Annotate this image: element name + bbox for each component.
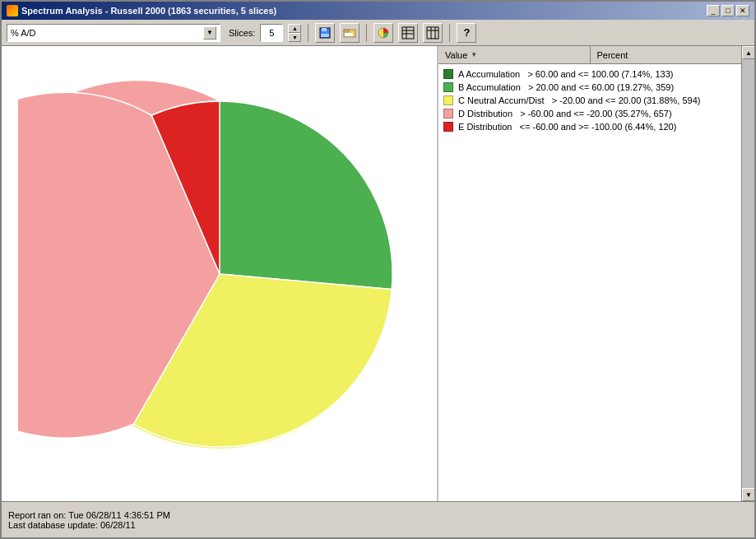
app-icon bbox=[7, 5, 18, 16]
spin-up-button[interactable]: ▲ bbox=[288, 24, 301, 33]
legend-percent-header: Percent bbox=[591, 46, 743, 63]
svg-rect-5 bbox=[345, 33, 353, 36]
legend-items: A Accumulation > 60.00 and <= 100.00 (7.… bbox=[438, 64, 742, 137]
pie-chart-main bbox=[18, 72, 421, 476]
scroll-track bbox=[742, 59, 754, 488]
toolbar-separator-3 bbox=[449, 24, 450, 42]
indicator-selector-value: % A/D bbox=[11, 28, 36, 38]
table-button[interactable] bbox=[398, 23, 418, 43]
legend-color-e bbox=[443, 122, 453, 132]
legend-item-a: A Accumulation > 60.00 and <= 100.00 (7.… bbox=[438, 67, 742, 81]
toolbar-separator-1 bbox=[308, 24, 308, 42]
window-title: Spectrum Analysis - Russell 2000 (1863 s… bbox=[21, 6, 276, 16]
legend-item-label-b: B Accumulation > 20.00 and <= 60.00 (19.… bbox=[458, 82, 674, 92]
svg-rect-11 bbox=[427, 27, 438, 39]
report-ran-text: Report ran on: Tue 06/28/11 4:36:51 PM bbox=[8, 510, 748, 520]
pie-chart-icon bbox=[377, 26, 390, 39]
legend-panel: Value ▼ Percent A Accumulation > 60.00 a… bbox=[438, 46, 742, 501]
legend-color-a bbox=[443, 69, 453, 79]
pie-chart-button[interactable] bbox=[373, 23, 393, 43]
legend-item-label-a: A Accumulation > 60.00 and <= 100.00 (7.… bbox=[458, 69, 673, 79]
window-controls: _ □ ✕ bbox=[707, 5, 749, 16]
legend-item-d: D Distribution > -60.00 and <= -20.00 (3… bbox=[438, 107, 742, 120]
right-panel: Value ▼ Percent A Accumulation > 60.00 a… bbox=[437, 46, 741, 501]
columns-icon bbox=[426, 26, 439, 39]
content-area: Value ▼ Percent A Accumulation > 60.00 a… bbox=[2, 46, 754, 501]
svg-rect-2 bbox=[321, 34, 329, 37]
database-update-text: Last database update: 06/28/11 bbox=[8, 520, 748, 530]
legend-item-label-d: D Distribution > -60.00 and <= -20.00 (3… bbox=[458, 109, 672, 118]
help-icon: ? bbox=[463, 26, 470, 39]
minimize-button[interactable]: _ bbox=[707, 5, 720, 16]
legend-item-c: C Neutral Accum/Dist > -20.00 and <= 20.… bbox=[438, 94, 742, 107]
title-bar: Spectrum Analysis - Russell 2000 (1863 s… bbox=[2, 2, 754, 20]
legend-item-label-c: C Neutral Accum/Dist > -20.00 and <= 20.… bbox=[458, 95, 700, 105]
maximize-button[interactable]: □ bbox=[721, 5, 735, 16]
legend-item-label-e: E Distribution <= -60.00 and >= -100.00 … bbox=[458, 122, 676, 132]
svg-rect-4 bbox=[344, 30, 349, 32]
toolbar-separator-2 bbox=[366, 24, 367, 42]
vertical-scrollbar[interactable]: ▲ ▼ bbox=[741, 46, 754, 501]
toolbar: % A/D ▼ Slices: ▲ ▼ bbox=[2, 20, 754, 46]
save-button[interactable] bbox=[315, 23, 335, 43]
main-window: Spectrum Analysis - Russell 2000 (1863 s… bbox=[0, 0, 756, 539]
legend-value-label: Value bbox=[445, 50, 467, 60]
legend-header: Value ▼ Percent bbox=[438, 46, 742, 64]
slices-spinner: ▲ ▼ bbox=[288, 24, 301, 42]
scroll-down-button[interactable]: ▼ bbox=[742, 488, 754, 501]
svg-rect-1 bbox=[322, 28, 327, 31]
footer: Report ran on: Tue 06/28/11 4:36:51 PM L… bbox=[2, 501, 754, 537]
indicator-selector[interactable]: % A/D ▼ bbox=[7, 24, 220, 42]
scroll-up-button[interactable]: ▲ bbox=[742, 46, 754, 59]
dropdown-arrow-icon[interactable]: ▼ bbox=[203, 26, 216, 39]
slices-label: Slices: bbox=[229, 28, 255, 38]
legend-percent-label: Percent bbox=[597, 50, 628, 60]
table-icon bbox=[401, 26, 415, 39]
save-icon bbox=[318, 26, 332, 39]
spin-down-button[interactable]: ▼ bbox=[288, 33, 301, 42]
chart-area bbox=[2, 46, 437, 501]
legend-color-c bbox=[443, 95, 453, 105]
open-icon bbox=[343, 26, 356, 39]
sort-icon: ▼ bbox=[471, 51, 477, 58]
close-button[interactable]: ✕ bbox=[736, 5, 749, 16]
slices-input[interactable] bbox=[260, 24, 283, 42]
title-bar-left: Spectrum Analysis - Russell 2000 (1863 s… bbox=[7, 5, 276, 16]
help-button[interactable]: ? bbox=[457, 23, 476, 43]
legend-value-header: Value ▼ bbox=[438, 46, 591, 63]
legend-item-e: E Distribution <= -60.00 and >= -100.00 … bbox=[438, 120, 742, 133]
columns-button[interactable] bbox=[423, 23, 443, 43]
legend-item-b: B Accumulation > 20.00 and <= 60.00 (19.… bbox=[438, 81, 742, 94]
svg-rect-7 bbox=[402, 27, 414, 39]
open-button[interactable] bbox=[340, 23, 359, 43]
legend-color-b bbox=[443, 82, 453, 92]
legend-color-d bbox=[443, 109, 453, 118]
